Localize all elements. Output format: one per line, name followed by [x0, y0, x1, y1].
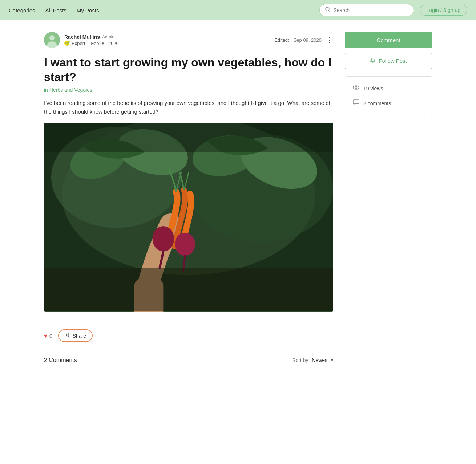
expert-badge-icon: 🌱: [64, 41, 69, 46]
share-label: Share: [73, 333, 86, 339]
page-layout: Rachel Mullins Admin 🌱 Expert · Feb 06, …: [38, 20, 438, 387]
follow-post-button[interactable]: Follow Post: [345, 53, 432, 69]
eye-icon: [352, 84, 360, 93]
svg-point-19: [353, 86, 359, 89]
svg-point-14: [153, 226, 174, 252]
search-icon: [325, 7, 331, 14]
svg-rect-16: [44, 268, 333, 311]
comments-count: 2 comments: [363, 101, 391, 106]
heart-icon: ♥: [44, 333, 47, 339]
author-name: Rachel Mullins: [64, 34, 100, 40]
author-left: Rachel Mullins Admin 🌱 Expert · Feb 06, …: [44, 32, 119, 48]
edited-label: Edited:: [274, 37, 289, 43]
svg-point-20: [355, 87, 357, 89]
action-bar: ♥ 0 Share: [44, 323, 333, 348]
post-area: Rachel Mullins Admin 🌱 Expert · Feb 06, …: [44, 32, 333, 373]
views-stat: 19 views: [352, 84, 424, 93]
stats-box: 19 views 2 comments: [345, 76, 432, 115]
share-icon: [65, 332, 70, 339]
sort-value: Newest: [312, 357, 329, 363]
author-name-row: Rachel Mullins Admin: [64, 34, 119, 40]
sort-label: Sort by:: [292, 357, 310, 363]
search-input[interactable]: [334, 7, 408, 13]
avatar: [44, 32, 60, 48]
author-role: Admin: [102, 34, 114, 40]
comment-cta-button[interactable]: Comment: [345, 32, 432, 48]
svg-rect-17: [44, 123, 333, 152]
nav-categories[interactable]: Categories: [9, 7, 35, 13]
more-options-button[interactable]: ⋮: [326, 36, 333, 44]
search-box: [319, 4, 414, 16]
svg-line-1: [328, 11, 330, 12]
author-date: Feb 06, 2020: [91, 41, 119, 46]
views-count: 19 views: [363, 86, 383, 91]
navigation-bar: Categories All Posts My Posts Login / Si…: [0, 0, 476, 20]
comments-count-label: 2 Comments: [44, 357, 77, 363]
author-badge-label: Expert: [72, 41, 85, 46]
follow-post-label: Follow Post: [379, 58, 407, 64]
comments-header: 2 Comments Sort by: Newest ▾: [44, 357, 333, 368]
post-body: I've been reading some of the benefits o…: [44, 99, 333, 116]
post-title: I want to start growing my own vegetable…: [44, 55, 333, 84]
login-button[interactable]: Login / Sign up: [420, 5, 467, 16]
svg-point-15: [175, 233, 195, 256]
post-image: [44, 123, 333, 312]
nav-right: Login / Sign up: [319, 4, 467, 16]
comments-stat: 2 comments: [352, 99, 424, 108]
svg-point-3: [49, 35, 55, 40]
author-info: Rachel Mullins Admin 🌱 Expert · Feb 06, …: [64, 34, 119, 46]
author-meta: 🌱 Expert · Feb 06, 2020: [64, 41, 119, 46]
chat-icon: [352, 99, 360, 108]
svg-rect-21: [353, 100, 359, 104]
author-row: Rachel Mullins Admin 🌱 Expert · Feb 06, …: [44, 32, 333, 48]
like-button[interactable]: ♥ 0: [44, 333, 52, 339]
edited-date: Sep 09, 2020: [294, 37, 322, 43]
share-button[interactable]: Share: [58, 329, 93, 342]
nav-my-posts[interactable]: My Posts: [77, 7, 99, 13]
sidebar: Comment Follow Post 19 views: [345, 32, 432, 373]
nav-links: Categories All Posts My Posts: [9, 7, 99, 13]
nav-all-posts[interactable]: All Posts: [45, 7, 66, 13]
author-right: Edited: Sep 09, 2020 ⋮: [274, 36, 333, 44]
bell-icon: [370, 57, 376, 64]
more-icon: ⋮: [326, 36, 333, 44]
post-category[interactable]: in Herbs and Veggies: [44, 87, 333, 93]
like-count: 0: [49, 333, 52, 339]
chevron-down-icon: ▾: [331, 358, 333, 363]
sort-row[interactable]: Sort by: Newest ▾: [292, 357, 333, 363]
author-separator: ·: [88, 41, 89, 46]
